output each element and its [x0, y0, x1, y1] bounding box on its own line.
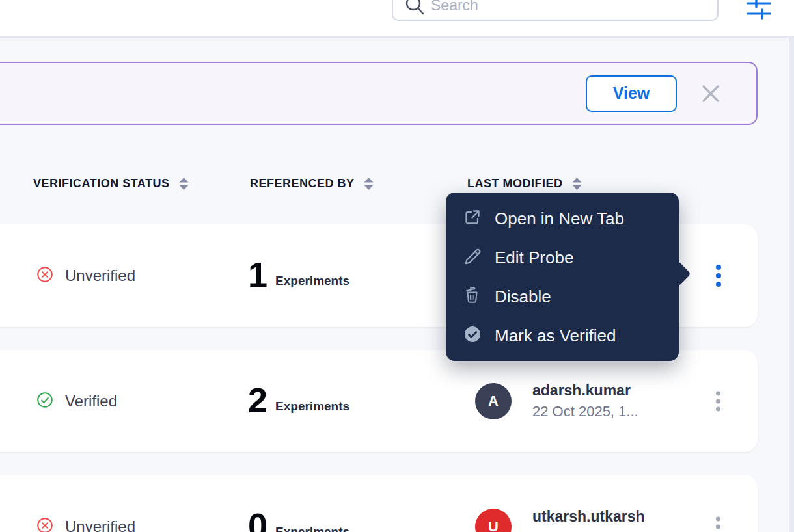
sort-icon[interactable]: [364, 178, 374, 190]
circle-check-green-icon: [36, 392, 53, 411]
search-box: [392, 0, 719, 21]
modified-by-name: adarsh.kumar: [532, 382, 638, 399]
circle-x-red-icon: [36, 266, 53, 286]
vertical-scrollbar[interactable]: [789, 38, 794, 532]
table-header-row: VERIFICATION STATUS REFERENCED BY LAST M…: [0, 177, 794, 196]
edit-pencil-icon: [463, 247, 482, 268]
trash-icon: [463, 286, 482, 307]
circle-x-red-icon: [36, 517, 53, 532]
experiment-count: 0: [248, 509, 267, 532]
row-actions-kebab-button[interactable]: [712, 387, 724, 415]
status-label: Unverified: [65, 518, 135, 532]
last-modified-cell: U utkarsh.utkarsh: [475, 475, 645, 532]
sort-icon[interactable]: [572, 178, 582, 190]
notification-banner: View: [0, 62, 758, 125]
menu-item-label: Open in New Tab: [495, 209, 624, 229]
column-header-referenced-by: REFERENCED BY: [250, 177, 374, 191]
modified-date: [532, 529, 645, 532]
row-context-menu: Open in New Tab Edit Probe Disable: [446, 193, 679, 361]
column-label: VERIFICATION STATUS: [33, 177, 170, 191]
experiment-count: 2: [248, 383, 267, 417]
experiment-count: 1: [248, 258, 267, 291]
experiment-count-unit: Experiments: [275, 399, 349, 414]
row-actions-kebab-button[interactable]: [712, 513, 724, 532]
status-cell: Unverified: [36, 475, 135, 532]
open-in-new-tab-icon: [463, 208, 482, 229]
modified-by-name: utkarsh.utkarsh: [532, 508, 645, 525]
sort-icon[interactable]: [179, 178, 189, 190]
check-circle-filled-icon: [463, 325, 482, 346]
status-label: Unverified: [65, 267, 135, 285]
status-label: Verified: [65, 392, 117, 410]
avatar: A: [475, 383, 512, 419]
column-header-last-modified: LAST MODIFIED: [467, 177, 582, 191]
top-header: [0, 0, 794, 38]
row-actions-kebab-button[interactable]: [712, 261, 725, 291]
modified-date: 22 Oct 2025, 1...: [532, 403, 638, 420]
experiment-count-unit: Experiments: [275, 274, 349, 288]
column-label: REFERENCED BY: [250, 177, 355, 191]
search-icon: [404, 0, 425, 21]
menu-item-disable[interactable]: Disable: [446, 277, 679, 316]
menu-item-label: Mark as Verified: [495, 326, 616, 346]
menu-item-edit-probe[interactable]: Edit Probe: [446, 238, 679, 277]
menu-item-label: Edit Probe: [495, 248, 573, 268]
view-button[interactable]: View: [586, 75, 677, 112]
column-header-verification-status: VERIFICATION STATUS: [33, 177, 189, 191]
filter-sliders-icon[interactable]: [746, 0, 772, 21]
avatar: U: [475, 509, 512, 532]
status-cell: Unverified: [36, 224, 135, 327]
last-modified-cell: A adarsh.kumar 22 Oct 2025, 1...: [475, 350, 638, 452]
close-icon[interactable]: [700, 83, 721, 104]
table-row[interactable]: Verified 2 Experiments A adarsh.kumar 22…: [0, 350, 758, 452]
search-input[interactable]: [431, 0, 691, 14]
menu-item-mark-as-verified[interactable]: Mark as Verified: [446, 316, 679, 355]
status-cell: Verified: [36, 350, 117, 452]
page: View VERIFICATION STATUS REFERENCED BY: [0, 0, 794, 532]
table-row[interactable]: Unverified 0 Experiments U utkarsh.utkar…: [0, 475, 758, 532]
experiment-count-unit: Experiments: [275, 525, 349, 532]
column-label: LAST MODIFIED: [467, 177, 563, 191]
menu-item-label: Disable: [495, 287, 551, 307]
menu-item-open-in-new-tab[interactable]: Open in New Tab: [446, 199, 679, 238]
